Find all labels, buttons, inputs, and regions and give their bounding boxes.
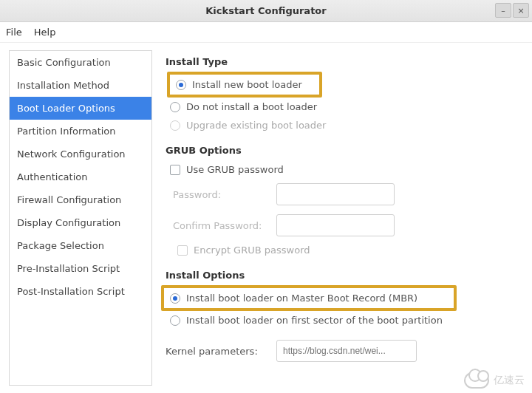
sidebar-item-label: Boot Loader Options	[17, 103, 115, 114]
sidebar-item-pre-installation-script[interactable]: Pre-Installation Script	[10, 257, 151, 280]
install-options-title: Install Options	[166, 270, 520, 281]
radio-icon	[176, 80, 186, 90]
checkbox-icon	[177, 245, 188, 256]
highlight-install-new: Install new boot loader	[167, 72, 322, 98]
option-label: Install boot loader on first sector of t…	[186, 315, 443, 326]
sidebar-item-label: Display Configuration	[17, 217, 120, 228]
sidebar-item-label: Basic Configuration	[17, 57, 111, 68]
option-label: Upgrade existing boot loader	[186, 120, 326, 131]
close-button[interactable]: ×	[513, 3, 529, 18]
row-kernel-parameters: Kernel parameters:	[166, 335, 520, 366]
window-controls: – ×	[495, 3, 529, 18]
option-label: Do not install a boot loader	[186, 101, 317, 112]
sidebar-item-label: Installation Method	[17, 80, 109, 91]
highlight-install-mbr: Install boot loader on Master Boot Recor…	[161, 285, 457, 311]
input-kernel-parameters[interactable]	[276, 340, 417, 362]
label-confirm-password: Confirm Password:	[173, 220, 269, 231]
sidebar-item-label: Firewall Configuration	[17, 194, 121, 205]
radio-icon	[170, 102, 180, 112]
radio-icon	[170, 315, 180, 326]
titlebar: Kickstart Configurator – ×	[0, 0, 532, 22]
close-icon: ×	[517, 6, 524, 16]
sidebar-item-label: Network Configuration	[17, 148, 126, 160]
install-type-title: Install Type	[166, 56, 520, 67]
sidebar-item-label: Partition Information	[17, 126, 116, 137]
radio-icon	[170, 120, 180, 131]
row-confirm-password: Confirm Password:	[166, 210, 520, 241]
sidebar-item-label: Post-Installation Script	[17, 286, 125, 297]
minimize-icon: –	[501, 6, 505, 16]
label-password: Password:	[173, 189, 269, 200]
option-label: Use GRUB password	[186, 164, 284, 175]
sidebar-item-display-configuration[interactable]: Display Configuration	[10, 211, 151, 234]
check-encrypt-grub-password: Encrypt GRUB password	[166, 241, 520, 259]
sidebar-item-network-configuration[interactable]: Network Configuration	[10, 143, 151, 165]
menu-file[interactable]: File	[6, 27, 22, 38]
radio-icon	[170, 293, 180, 304]
radio-do-not-install[interactable]: Do not install a boot loader	[166, 98, 520, 116]
main-area: Basic Configuration Installation Method …	[0, 43, 532, 393]
label-kernel-parameters: Kernel parameters:	[166, 346, 269, 357]
menubar: File Help	[0, 22, 532, 43]
minimize-button[interactable]: –	[495, 3, 511, 18]
sidebar-item-boot-loader-options[interactable]: Boot Loader Options	[10, 97, 151, 120]
option-label: Install boot loader on Master Boot Recor…	[186, 293, 417, 304]
sidebar: Basic Configuration Installation Method …	[9, 50, 152, 386]
sidebar-item-package-selection[interactable]: Package Selection	[10, 234, 151, 257]
option-label: Encrypt GRUB password	[194, 245, 310, 256]
grub-options-title: GRUB Options	[166, 145, 520, 156]
sidebar-item-firewall-configuration[interactable]: Firewall Configuration	[10, 188, 151, 211]
radio-upgrade-existing: Upgrade existing boot loader	[166, 116, 520, 134]
input-password	[276, 183, 395, 205]
radio-install-first-sector[interactable]: Install boot loader on first sector of t…	[166, 311, 520, 329]
sidebar-item-authentication[interactable]: Authentication	[10, 165, 151, 188]
sidebar-item-basic-configuration[interactable]: Basic Configuration	[10, 51, 151, 74]
input-confirm-password	[276, 214, 395, 236]
radio-install-mbr[interactable]: Install boot loader on Master Boot Recor…	[166, 289, 452, 307]
sidebar-item-label: Package Selection	[17, 240, 104, 251]
sidebar-item-label: Pre-Installation Script	[17, 263, 120, 274]
radio-install-new[interactable]: Install new boot loader	[171, 75, 318, 94]
option-label: Install new boot loader	[192, 79, 302, 90]
sidebar-item-partition-information[interactable]: Partition Information	[10, 120, 151, 143]
content-panel: Install Type Install new boot loader Do …	[158, 43, 532, 393]
window-title: Kickstart Configurator	[205, 5, 326, 16]
sidebar-item-post-installation-script[interactable]: Post-Installation Script	[10, 280, 151, 303]
sidebar-item-label: Authentication	[17, 171, 87, 182]
row-password: Password:	[166, 179, 520, 210]
check-use-grub-password[interactable]: Use GRUB password	[166, 160, 520, 179]
sidebar-item-installation-method[interactable]: Installation Method	[10, 74, 151, 97]
menu-help[interactable]: Help	[34, 27, 56, 38]
checkbox-icon	[170, 165, 180, 175]
